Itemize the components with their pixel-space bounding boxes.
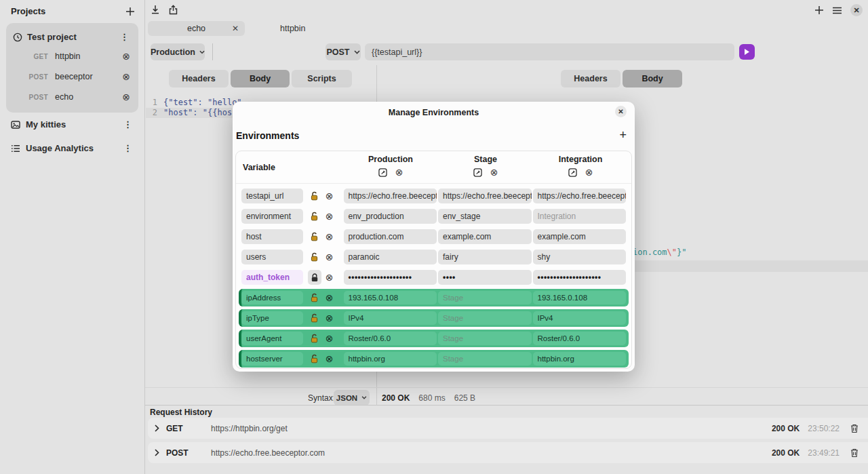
delete-environment-icon[interactable]: ⊗ [490,167,498,177]
variable-name-input[interactable]: hostserver [241,352,303,366]
lock-open-icon[interactable] [310,252,319,262]
delete-variable[interactable]: ⊗ [322,191,337,201]
delete-variable[interactable]: ⊗ [322,293,337,302]
lock-open-icon[interactable] [310,232,319,241]
variable-value-input[interactable]: 193.165.0.108 [533,291,627,304]
delete-variable-icon[interactable]: ⊗ [326,313,334,323]
edit-environment-icon[interactable] [378,168,387,177]
delete-variable-icon[interactable]: ⊗ [326,191,334,201]
lock-open-icon[interactable] [310,313,319,323]
sidebar-item-menu-icon[interactable]: ⋮ [121,119,135,130]
variable-name-input[interactable]: userAgent [241,332,303,345]
delete-variable-icon[interactable]: ⊗ [326,334,334,343]
request-tab-scripts[interactable]: Scripts [292,70,352,87]
variable-value-input[interactable]: Stage [438,332,532,345]
delete-variable[interactable]: ⊗ [322,313,337,323]
variable-name-input[interactable]: testapi_url [241,189,303,203]
variable-value-input[interactable]: https://echo.free.beecepto [533,189,627,203]
variable-value-input[interactable]: httpbin.org [344,352,437,366]
variable-value-input[interactable]: Stage [438,311,532,325]
response-tab-headers[interactable]: Headers [561,70,620,87]
lock-toggle[interactable] [307,334,322,343]
variable-value-input[interactable]: IPv4 [533,311,627,325]
trash-icon[interactable] [850,424,859,433]
add-environment-icon[interactable]: + [619,129,627,141]
chevron-right-icon[interactable] [155,449,159,456]
delete-variable[interactable]: ⊗ [322,273,337,282]
variable-value-input[interactable]: fairy [438,250,532,264]
lock-toggle[interactable] [307,191,322,201]
delete-variable[interactable]: ⊗ [322,212,337,221]
variable-value-input[interactable]: paranoic [344,250,437,264]
variable-value-input[interactable]: example.com [438,229,532,244]
variable-value-input[interactable]: env_production [344,209,437,224]
remove-request-icon[interactable]: ⊗ [122,92,130,102]
delete-environment-icon[interactable]: ⊗ [585,167,593,177]
menu-icon[interactable] [832,7,842,14]
sidebar-request-item[interactable]: POSTbeeceptor⊗ [6,66,138,87]
lock-open-icon[interactable] [310,212,319,221]
variable-name-input[interactable]: host [241,229,303,244]
method-dropdown[interactable]: POST [326,43,361,60]
request-tab-headers[interactable]: Headers [169,70,229,87]
variable-value-input[interactable]: https://echo.free.beecepto [344,189,437,203]
edit-environment-icon[interactable] [473,168,482,177]
delete-variable-icon[interactable]: ⊗ [326,252,334,262]
lock-open-icon[interactable] [310,191,319,201]
variable-value-input[interactable]: Stage [438,352,532,366]
remove-request-icon[interactable]: ⊗ [122,52,130,61]
variable-value-input[interactable]: Roster/0.6.0 [533,332,627,345]
delete-variable[interactable]: ⊗ [322,252,337,262]
sidebar-item-usage-analytics[interactable]: Usage Analytics⋮ [0,136,144,160]
variable-name-input[interactable]: users [241,250,303,264]
lock-toggle[interactable] [307,293,322,302]
chevron-right-icon[interactable] [155,424,159,432]
lock-toggle[interactable] [307,232,322,241]
window-close-icon[interactable]: ✕ [850,4,863,16]
add-tab-icon[interactable] [814,5,824,15]
project-menu-icon[interactable]: ⋮ [117,32,132,42]
sidebar-request-item[interactable]: GEThttpbin⊗ [6,46,138,66]
tab-echo[interactable]: echo ✕ [148,21,245,36]
delete-variable[interactable]: ⊗ [322,334,337,343]
share-icon[interactable] [169,5,178,15]
environment-dropdown[interactable]: Production [151,43,205,60]
syntax-dropdown[interactable]: JSON [334,390,370,406]
lock-toggle[interactable] [307,212,322,221]
variable-value-input[interactable]: •••• [438,270,532,285]
tab-httpbin[interactable]: httpbin [280,24,306,33]
variable-value-input[interactable]: example.com [533,229,627,244]
edit-environment-icon[interactable] [568,168,577,177]
trash-icon[interactable] [850,448,859,458]
request-tab-body[interactable]: Body [231,70,290,87]
history-row[interactable]: GEThttps://httpbin.org/get200 OK23:50:22 [148,418,868,439]
history-row[interactable]: POSThttps://echo.free.beeceptor.com200 O… [148,442,868,463]
variable-value-input[interactable]: 193.165.0.108 [344,291,437,304]
request-url-input[interactable]: {{testapi_url}} [365,43,734,60]
lock-toggle[interactable] [307,252,322,262]
download-icon[interactable] [151,5,160,15]
variable-value-input[interactable]: Roster/0.6.0 [344,332,437,345]
variable-value-input[interactable]: •••••••••••••••••••• [344,270,437,285]
variable-name-input[interactable]: environment [241,209,303,224]
tab-close-icon[interactable]: ✕ [232,24,239,33]
delete-variable-icon[interactable]: ⊗ [326,232,334,241]
variable-value-input[interactable]: IPv4 [344,311,437,325]
variable-value-input[interactable]: https://echo.free.beecepto [438,189,532,203]
response-tab-body[interactable]: Body [623,70,682,87]
lock-open-icon[interactable] [310,334,319,343]
variable-name-input[interactable]: auth_token [241,270,303,285]
request-body-editor[interactable]: 1{"test": "hello"2"host": "{{host [145,98,242,117]
variable-value-input[interactable]: Integration [533,209,627,224]
variable-value-input[interactable]: httpbin.org [533,352,627,366]
lock-toggle[interactable] [307,354,322,363]
send-request-button[interactable] [739,44,755,60]
remove-request-icon[interactable]: ⊗ [122,72,130,81]
delete-variable[interactable]: ⊗ [322,354,337,363]
delete-variable[interactable]: ⊗ [322,232,337,241]
add-project-icon[interactable] [125,7,135,16]
lock-closed-icon[interactable] [308,270,321,285]
delete-variable-icon[interactable]: ⊗ [326,354,334,363]
sidebar-item-menu-icon[interactable]: ⋮ [121,143,135,153]
variable-value-input[interactable]: •••••••••••••••••••• [533,270,627,285]
